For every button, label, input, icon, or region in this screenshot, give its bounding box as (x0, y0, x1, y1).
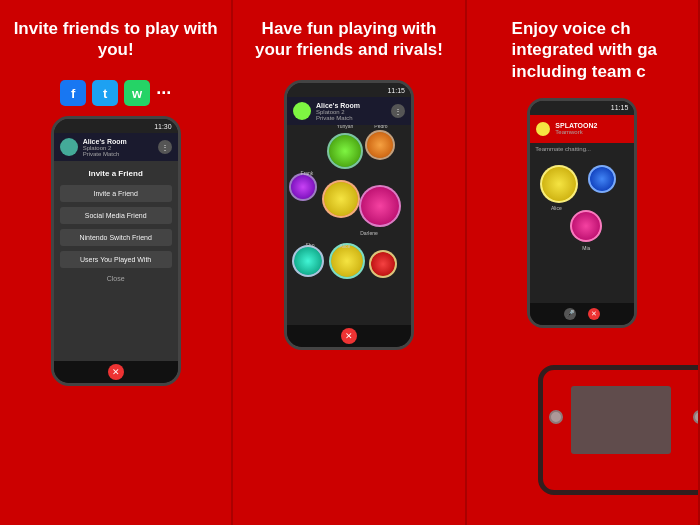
panel2-title-text: Have fun playing with your friends and r… (255, 19, 443, 59)
avatar-darlene (359, 185, 401, 227)
panel3-title-text: Enjoy voice chintegrated with gaincludin… (512, 19, 657, 81)
p3-alice-label: Alice (536, 205, 576, 211)
more-options-icon[interactable]: ··· (156, 83, 171, 104)
invite-btn-nintendo[interactable]: Nintendo Switch Friend (60, 229, 172, 246)
avatar-extra (369, 250, 397, 278)
phone-mockup-1: 11:30 Alice's Room Splatoon 2 Private Ma… (51, 116, 181, 386)
avatar-pedro (365, 130, 395, 160)
room-name-1: Alice's Room (83, 138, 158, 145)
mic-button-2[interactable]: ✕ (341, 328, 357, 344)
status-time-3: 11:15 (611, 104, 629, 111)
invite-btn-social[interactable]: Invite a Friend (60, 185, 172, 202)
header-avatar-2 (293, 102, 311, 120)
panel1-title-text: Invite friends to play with you! (14, 19, 218, 59)
mic-button-3[interactable]: ✕ (588, 308, 600, 320)
avatar-alice2-face (331, 245, 363, 277)
p3-alice-face (542, 167, 576, 201)
avatar-darlene-face (361, 187, 399, 225)
switch-screen (571, 386, 671, 454)
header-icon-1[interactable]: ⋮ (158, 140, 172, 154)
bottom-bar-3: 🎤 ✕ (530, 303, 634, 325)
p3-rex-face (590, 167, 614, 191)
avatar-sho-face (294, 247, 322, 275)
app-header-3: SPLATOON2 Teamwork (530, 115, 634, 143)
status-time-2: 11:15 (387, 87, 405, 94)
header-avatar-3 (536, 122, 550, 136)
app-header-1: Alice's Room Splatoon 2 Private Match ⋮ (54, 133, 178, 161)
avatar-pedro-face (367, 132, 393, 158)
facebook-icon[interactable]: f (60, 80, 86, 106)
status-bar-3: 11:15 (530, 101, 634, 115)
p3-mia-label: Mia (566, 245, 606, 251)
panel-invite: Invite friends to play with you! f t w ·… (0, 0, 233, 525)
panel1-title: Invite friends to play with you! (10, 18, 221, 64)
avatar-pedro-label: Pedro (361, 125, 401, 129)
avatar-alice-face (324, 182, 358, 216)
p3-avatar-mia (570, 210, 602, 242)
p3-mia-face (572, 212, 600, 240)
bottom-bar-2: ✕ (287, 325, 411, 347)
phone-screen-2: Yunyan Pedro Frank Darlene (287, 125, 411, 325)
switch-btn-right (693, 410, 700, 424)
avatar-extra-face (371, 252, 395, 276)
phone-screen-3-content: Alice Mia (530, 155, 634, 303)
close-button[interactable]: Close (60, 275, 172, 282)
avatar-sho-label: Sho (290, 242, 330, 248)
avatar-alice2-label: Alice (325, 243, 365, 249)
avatar-darlene-label: Darlene (349, 230, 389, 236)
invite-btn-played[interactable]: Users You Played With (60, 251, 172, 268)
panel3-title: Enjoy voice chintegrated with gaincludin… (508, 18, 657, 82)
avatar-frank-face (291, 175, 315, 199)
phone-screen-1: Invite a Friend Invite a Friend Social M… (54, 161, 178, 361)
status-bar-2: 11:15 (287, 83, 411, 97)
header-avatar-1 (60, 138, 78, 156)
status-time-1: 11:30 (154, 123, 172, 130)
panel2-title: Have fun playing with your friends and r… (243, 18, 454, 64)
panel-voicechat: Enjoy voice chintegrated with gaincludin… (467, 0, 700, 525)
panel-friends: Have fun playing with your friends and r… (233, 0, 466, 525)
switch-console-bg (538, 365, 700, 495)
invite-screen-title: Invite a Friend (60, 169, 172, 178)
phone-mockup-3: 11:15 SPLATOON2 Teamwork Teammate chatti… (527, 98, 637, 328)
avatar-frank-label: Frank (287, 170, 327, 176)
p3-avatar-rex (588, 165, 616, 193)
avatar-alice (322, 180, 360, 218)
room-sub-3: Teamwork (555, 129, 628, 135)
whatsapp-icon[interactable]: w (124, 80, 150, 106)
mic-button-1[interactable]: ✕ (108, 364, 124, 380)
friends-bubbles-screen: Yunyan Pedro Frank Darlene (287, 125, 411, 325)
bottom-bar-1: ✕ (54, 361, 178, 383)
room-mode-2: Private Match (316, 115, 391, 121)
avatar-yunyan (327, 133, 363, 169)
header-info-2: Alice's Room Splatoon 2 Private Match (316, 102, 391, 121)
avatar-frank (289, 173, 317, 201)
teammate-chatting: Teammate chatting... (530, 143, 634, 155)
header-info-1: Alice's Room Splatoon 2 Private Match (83, 138, 158, 157)
avatar-yunyan-label: Yunyan (325, 125, 365, 129)
status-bar-1: 11:30 (54, 119, 178, 133)
header-icon-2[interactable]: ⋮ (391, 104, 405, 118)
twitter-icon[interactable]: t (92, 80, 118, 106)
room-mode-1: Private Match (83, 151, 158, 157)
mute-icon[interactable]: 🎤 (564, 308, 576, 320)
app-header-2: Alice's Room Splatoon 2 Private Match ⋮ (287, 97, 411, 125)
invite-screen: Invite a Friend Invite a Friend Social M… (54, 161, 178, 361)
avatar-sho (292, 245, 324, 277)
p3-avatar-alice (540, 165, 578, 203)
room-name-2: Alice's Room (316, 102, 391, 109)
header-info-3: SPLATOON2 Teamwork (555, 122, 628, 135)
invite-btn-socialmedia[interactable]: Social Media Friend (60, 207, 172, 224)
switch-btn-left (549, 410, 563, 424)
phone-mockup-2: 11:15 Alice's Room Splatoon 2 Private Ma… (284, 80, 414, 350)
room-name-3: SPLATOON2 (555, 122, 628, 129)
avatar-yunyan-face (329, 135, 361, 167)
social-icons-row: f t w ··· (60, 80, 171, 106)
